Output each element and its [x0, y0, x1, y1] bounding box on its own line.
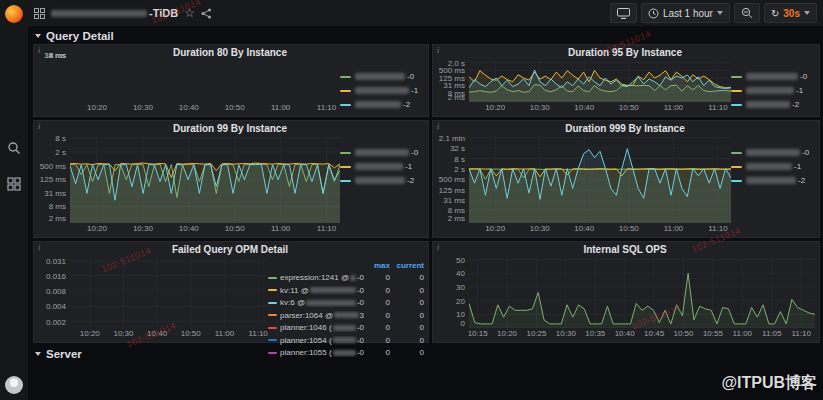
legend-label-suffix: -1 — [794, 162, 801, 171]
x-axis: 10:2010:3010:4010:5011:0011:10 — [70, 223, 340, 235]
legend-col-max[interactable]: max — [364, 261, 390, 270]
legend-table-row[interactable]: planner:1055 ( -000 — [268, 348, 424, 357]
x-tick-label: 10:20 — [87, 103, 107, 112]
search-icon[interactable] — [7, 141, 21, 155]
x-tick-label: 11:00 — [271, 103, 290, 112]
legend-label-masked — [355, 163, 403, 170]
chart-plot[interactable] — [469, 257, 815, 328]
legend-label-masked — [334, 312, 359, 318]
legend-item[interactable]: -0 — [731, 72, 815, 81]
panel-info-icon[interactable]: i — [35, 45, 43, 56]
legend-item[interactable]: -1 — [340, 86, 424, 95]
legend-table-row[interactable]: planner:1054 ( -000 — [268, 336, 424, 345]
legend-current-value: 0 — [390, 348, 424, 357]
legend-table-row[interactable]: kv:6 @ -000 — [268, 298, 424, 307]
y-tick-label: 40 — [456, 269, 465, 278]
row-header-query-detail[interactable]: Query Detail — [33, 28, 820, 44]
legend-color-dash — [268, 352, 277, 354]
panel-title[interactable]: Duration 99 By Instance — [36, 122, 424, 136]
panel-title[interactable]: Duration 95 By Instance — [435, 46, 815, 60]
x-tick-label: 10:45 — [644, 329, 664, 338]
x-tick-label: 10:20 — [485, 103, 505, 112]
chart-plot[interactable] — [469, 60, 731, 102]
y-axis: 2 ms8 ms31 ms125 ms500 ms2 s8 s — [36, 136, 70, 223]
legend-label: parser:1064 @ 3 — [280, 311, 364, 320]
legend-item[interactable]: -0 — [340, 72, 424, 81]
panel-info-icon[interactable]: i — [434, 45, 442, 56]
x-tick-label: 11:10 — [708, 103, 727, 112]
x-tick-label: 10:50 — [181, 329, 201, 338]
legend-table-row[interactable]: kv:11 @ -000 — [268, 286, 424, 295]
x-tick-label: 11:00 — [271, 224, 290, 233]
legend-max-value: 0 — [364, 298, 390, 307]
panel-title[interactable]: Internal SQL OPS — [435, 243, 815, 257]
dashboard-title[interactable]: -TiDB — [51, 7, 178, 19]
legend-item[interactable]: -1 — [731, 162, 815, 171]
chart-plot[interactable] — [70, 257, 268, 328]
legend-current-value: 0 — [390, 336, 424, 345]
chart-plot[interactable] — [469, 136, 731, 223]
panel-title[interactable]: Duration 999 By Instance — [435, 122, 815, 136]
legend-label-suffix: -2 — [798, 176, 805, 185]
y-tick-label: 8 ms — [448, 206, 465, 215]
legend-col-current[interactable]: current — [390, 261, 424, 270]
dashboard-grid-icon — [34, 8, 45, 19]
row-title: Query Detail — [46, 30, 114, 42]
panel-info-icon[interactable]: i — [35, 242, 43, 253]
chart-plot[interactable] — [70, 60, 340, 102]
share-icon[interactable] — [201, 8, 212, 19]
x-tick-label: 10:55 — [703, 329, 723, 338]
legend-label-masked — [746, 177, 796, 184]
x-tick-label: 10:50 — [674, 329, 694, 338]
legend-item[interactable]: -1 — [340, 162, 424, 171]
legend-table-row[interactable]: expression:1241 @ -000 — [268, 273, 424, 282]
zoom-out-button[interactable] — [734, 3, 760, 23]
panel-info-icon[interactable]: i — [434, 242, 442, 253]
legend-table-row[interactable]: planner:1046 ( -000 — [268, 323, 424, 332]
legend-item[interactable]: -1 — [731, 86, 815, 95]
legend-item[interactable]: -2 — [340, 176, 424, 185]
grafana-logo[interactable] — [5, 5, 23, 23]
legend-color-dash — [731, 104, 742, 106]
x-tick-label: 10:20 — [87, 224, 107, 233]
x-tick-label: 10:50 — [619, 103, 639, 112]
legend-item[interactable]: -2 — [731, 176, 815, 185]
legend-label-suffix: -0 — [411, 148, 418, 157]
row-header-server[interactable]: Server — [33, 346, 820, 362]
legend-item[interactable]: -2 — [340, 100, 424, 109]
y-tick-label: 125 ms — [40, 175, 66, 184]
legend-item[interactable]: -0 — [340, 148, 424, 157]
legend-color-dash — [340, 76, 351, 78]
legend-label: planner:1055 ( -0 — [280, 348, 364, 357]
panel-title[interactable]: Duration 80 By Instance — [36, 46, 424, 60]
dashboards-icon[interactable] — [7, 177, 21, 191]
panel-title[interactable]: Failed Query OPM Detail — [36, 243, 424, 257]
legend-label-masked — [310, 287, 356, 293]
legend-table-row[interactable]: parser:1064 @ 300 — [268, 311, 424, 320]
panel-legend-table: maxcurrentexpression:1241 @ -000kv:11 @ … — [268, 257, 424, 340]
user-avatar[interactable] — [5, 376, 23, 394]
legend-max-value: 0 — [364, 323, 390, 332]
refresh-button[interactable]: ↻ 30s — [764, 3, 817, 23]
panel-info-icon[interactable]: i — [35, 121, 43, 132]
x-tick-label: 11:10 — [317, 224, 336, 233]
x-tick-label: 10:30 — [113, 329, 133, 338]
x-tick-label: 10:40 — [574, 224, 594, 233]
legend-color-dash — [731, 76, 742, 78]
legend-item[interactable]: -2 — [731, 100, 815, 109]
legend-color-dash — [268, 339, 277, 341]
y-tick-label: 8 s — [454, 155, 465, 164]
x-tick-label: 10:40 — [147, 329, 167, 338]
star-icon[interactable]: ☆ — [184, 7, 195, 19]
cycle-view-button[interactable] — [610, 3, 637, 23]
legend-label-suffix: -2 — [407, 176, 414, 185]
legend-label-masked — [355, 149, 409, 156]
y-tick-label: 50 — [456, 256, 465, 265]
time-range-picker[interactable]: Last 1 hour — [641, 3, 730, 23]
legend-item[interactable]: -0 — [731, 148, 815, 157]
x-tick-label: 10:30 — [133, 224, 153, 233]
legend-max-value: 0 — [364, 273, 390, 282]
chart-plot[interactable] — [70, 136, 340, 223]
panel-info-icon[interactable]: i — [434, 121, 442, 132]
legend-label: kv:6 @ -0 — [280, 298, 364, 307]
